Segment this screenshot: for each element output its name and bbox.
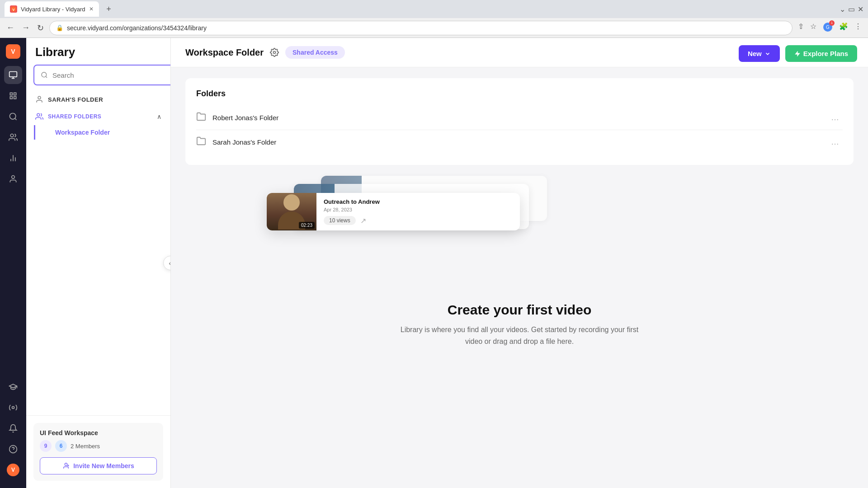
profile-icon[interactable]: G 1 bbox=[821, 20, 835, 36]
video-card-main[interactable]: 02:23 Outreach to Andrew Apr 28, 2023 10… bbox=[267, 193, 520, 230]
share-icon[interactable]: ⇧ bbox=[796, 20, 806, 36]
add-person-icon bbox=[62, 462, 70, 469]
svg-point-7 bbox=[10, 113, 16, 119]
search-input[interactable] bbox=[52, 71, 171, 79]
search-bar[interactable] bbox=[33, 65, 171, 85]
browser-chrome: V Vidyard Library - Vidyard ✕ + ⌄ ▭ ✕ ← … bbox=[0, 0, 868, 38]
window-controls: ⌄ ▭ ✕ bbox=[839, 6, 863, 12]
svg-text:G: G bbox=[826, 25, 830, 30]
invite-members-button[interactable]: Invite New Members bbox=[40, 457, 157, 474]
video-share-icon[interactable]: ↗ bbox=[360, 216, 366, 225]
svg-point-19 bbox=[38, 96, 41, 99]
vidyard-logo-icon: V bbox=[6, 44, 20, 59]
svg-point-25 bbox=[274, 52, 276, 54]
folder-title: Workspace Folder bbox=[185, 47, 264, 58]
nav-help[interactable] bbox=[4, 440, 22, 458]
back-button[interactable]: ← bbox=[5, 21, 16, 34]
sarahs-folder-label: SARAH'S FOLDER bbox=[48, 96, 103, 103]
new-button[interactable]: New bbox=[739, 45, 780, 62]
folders-card: Folders Robert Jonas's Folder … Sarah Jo… bbox=[185, 78, 854, 165]
chevron-up-icon: ∧ bbox=[157, 113, 161, 120]
empty-state-description: Library is where you find all your video… bbox=[393, 324, 646, 347]
minimize-icon[interactable]: ⌄ bbox=[839, 6, 845, 12]
browser-titlebar: V Vidyard Library - Vidyard ✕ + ⌄ ▭ ✕ bbox=[0, 0, 868, 18]
svg-line-8 bbox=[15, 118, 17, 120]
refresh-button[interactable]: ↻ bbox=[35, 21, 46, 35]
sidebar-bottom: UI Feed Workspace 9 6 2 Members Invite N… bbox=[26, 415, 170, 488]
tab-title: Vidyard Library - Vidyard bbox=[21, 6, 85, 13]
svg-rect-4 bbox=[9, 72, 17, 77]
maximize-icon[interactable]: ▭ bbox=[848, 6, 854, 12]
stat-badge-2: 6 bbox=[55, 440, 67, 452]
address-bar[interactable]: 🔒 bbox=[49, 21, 793, 35]
nav-contacts[interactable] bbox=[4, 170, 22, 188]
folder-icon-1 bbox=[196, 112, 206, 124]
shared-folder-icon bbox=[35, 113, 43, 121]
icon-nav: V bbox=[0, 38, 26, 488]
folder-menu-2[interactable]: … bbox=[827, 136, 843, 149]
shared-folders-label: SHARED FOLDERS bbox=[35, 113, 101, 121]
workspace-folder-nav[interactable]: Workspace Folder bbox=[34, 125, 170, 140]
empty-state: Create your first video Library is where… bbox=[185, 284, 854, 365]
svg-marker-24 bbox=[795, 51, 800, 56]
nav-analytics[interactable] bbox=[4, 149, 22, 167]
folder-icon-2 bbox=[196, 136, 206, 148]
explore-plans-button[interactable]: Explore Plans bbox=[785, 45, 857, 62]
svg-point-14 bbox=[12, 407, 14, 409]
star-icon[interactable]: ☆ bbox=[808, 20, 818, 36]
workspace-stats: 9 6 2 Members bbox=[40, 440, 157, 452]
chevron-down-icon bbox=[764, 51, 771, 57]
folder-row[interactable]: Robert Jonas's Folder … bbox=[196, 106, 843, 130]
svg-text:V: V bbox=[12, 8, 15, 12]
stat-badge-1: 9 bbox=[40, 440, 52, 452]
empty-state-title: Create your first video bbox=[194, 302, 844, 318]
browser-toolbar: ← → ↻ 🔒 ⇧ ☆ G 1 🧩 ⋮ bbox=[0, 18, 868, 38]
folder-settings-icon[interactable] bbox=[270, 48, 279, 57]
sidebar-collapse-button[interactable]: « bbox=[163, 256, 171, 270]
svg-point-9 bbox=[10, 134, 14, 137]
browser-tab[interactable]: V Vidyard Library - Vidyard ✕ bbox=[5, 1, 99, 17]
sidebar: Library SARAH'S FOLDER SHARED FOLDERS ∧ … bbox=[26, 38, 171, 488]
svg-point-20 bbox=[37, 113, 40, 116]
svg-point-17 bbox=[42, 72, 47, 77]
members-label: 2 Members bbox=[71, 443, 100, 450]
video-title: Outreach to Andrew bbox=[324, 198, 513, 205]
nav-team[interactable] bbox=[4, 128, 22, 146]
lightning-icon bbox=[794, 51, 801, 57]
sarahs-folder-nav[interactable]: SARAH'S FOLDER bbox=[26, 91, 170, 108]
folder-menu-1[interactable]: … bbox=[827, 111, 843, 124]
url-input[interactable] bbox=[67, 24, 786, 32]
close-window-icon[interactable]: ✕ bbox=[857, 6, 863, 12]
close-tab-icon[interactable]: ✕ bbox=[89, 6, 94, 12]
search-icon bbox=[41, 71, 48, 79]
main-content: New Explore Plans Workspace Folder Share… bbox=[171, 38, 868, 488]
nav-library[interactable] bbox=[4, 87, 22, 105]
settings-dots-icon[interactable]: ⋮ bbox=[853, 20, 863, 36]
content-area: Folders Robert Jonas's Folder … Sarah Jo… bbox=[171, 67, 868, 376]
app-logo[interactable]: V bbox=[4, 42, 22, 61]
video-views: 10 views bbox=[324, 216, 356, 225]
folder-row[interactable]: Sarah Jonas's Folder … bbox=[196, 130, 843, 154]
toolbar-icons: ⇧ ☆ G 1 🧩 ⋮ bbox=[796, 20, 863, 36]
video-duration: 02:23 bbox=[299, 222, 315, 229]
svg-point-21 bbox=[65, 463, 67, 465]
new-tab-button[interactable]: + bbox=[103, 3, 115, 15]
nav-home[interactable] bbox=[4, 66, 22, 84]
shared-folders-header[interactable]: SHARED FOLDERS ∧ bbox=[26, 108, 170, 125]
video-date: Apr 28, 2023 bbox=[324, 207, 513, 212]
notification-badge: 1 bbox=[829, 20, 835, 26]
workspace-name: UI Feed Workspace bbox=[40, 429, 157, 436]
nav-notifications[interactable] bbox=[4, 419, 22, 437]
nav-vidyard-icon[interactable]: V bbox=[4, 461, 22, 479]
nav-integrations[interactable] bbox=[4, 399, 22, 417]
extensions-icon[interactable]: 🧩 bbox=[837, 20, 850, 36]
shared-access-button[interactable]: Shared Access bbox=[285, 46, 345, 59]
folder-name-2: Sarah Jonas's Folder bbox=[212, 138, 827, 146]
nav-search[interactable] bbox=[4, 108, 22, 126]
app-container: V bbox=[0, 38, 868, 488]
user-icon bbox=[35, 95, 43, 103]
nav-education[interactable] bbox=[4, 378, 22, 396]
lock-icon: 🔒 bbox=[56, 24, 63, 31]
forward-button[interactable]: → bbox=[20, 21, 32, 34]
svg-point-13 bbox=[12, 176, 15, 179]
